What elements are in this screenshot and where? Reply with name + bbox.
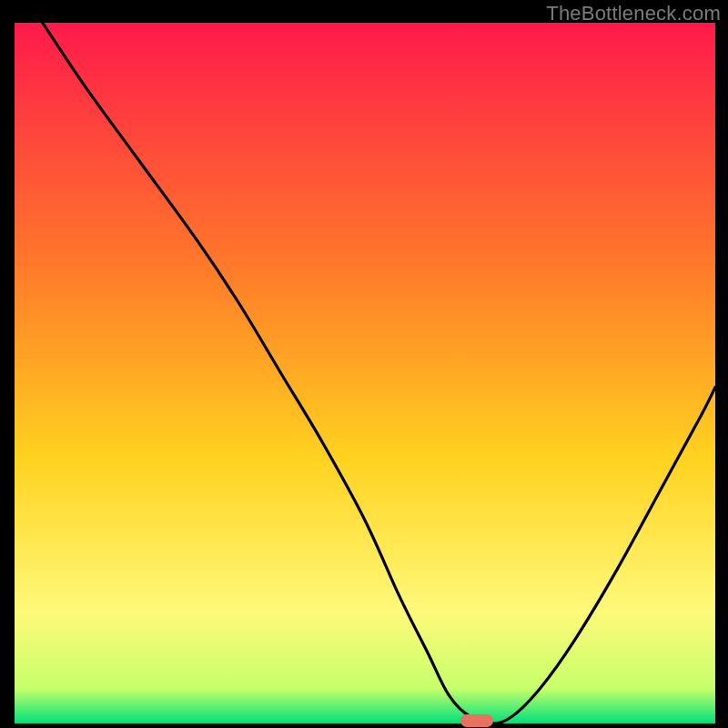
- bottleneck-chart: [15, 23, 715, 723]
- optimal-marker: [460, 714, 493, 727]
- chart-frame: [15, 23, 715, 723]
- gradient-background: [15, 23, 715, 723]
